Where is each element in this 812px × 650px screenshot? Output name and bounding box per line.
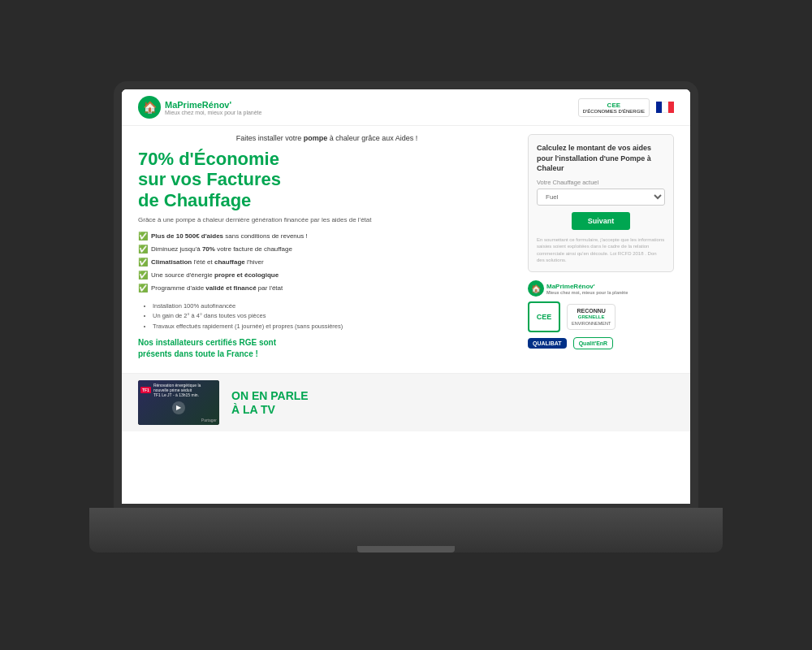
qualibat-badge: QUALIBAT <box>528 338 567 349</box>
bullet-item-2: Un gain de 2° à 4° dans toutes vos pièce… <box>153 312 516 321</box>
check-text-4: Une source d'énergie propre et écologiqu… <box>151 271 279 280</box>
tv-text-line2: À LA TV <box>231 403 309 417</box>
tv-share: Partager <box>140 418 217 422</box>
hero-subtitle-end: à chaleur grâce aux Aides ! <box>327 134 417 142</box>
rge-text: Nos installateurs certifiés RGE sontprés… <box>138 337 516 360</box>
website-content: 🏠 MaPrimeRénov' Mieux chez moi, mieux po… <box>122 89 690 504</box>
logo-row-1: 🏠 MaPrimeRénov' Mieux chez moi, mieux po… <box>528 280 674 297</box>
tv-program: Rénovation énergétique la nouvelle prime… <box>153 383 217 392</box>
play-button[interactable]: ▶ <box>172 401 185 414</box>
qualibat-label: QUALIBAT <box>533 340 562 346</box>
hero-subtitle-bold: pompe <box>304 134 328 142</box>
check-item-1: ✅ Plus de 10 500€ d'aides sans condition… <box>138 232 516 242</box>
grenelle-label: GRENELLE <box>572 314 611 321</box>
logo-text-block: MaPrimeRénov' Mieux chez moi, mieux pour… <box>165 100 261 115</box>
check-icon-2: ✅ <box>138 244 148 255</box>
laptop-wrapper: 🏠 MaPrimeRénov' Mieux chez moi, mieux po… <box>89 73 723 577</box>
tf1-logo: TF1 <box>140 387 151 393</box>
logo-row-2: CEE RECONNU GRENELLE ENVIRONNEMENT <box>528 301 674 332</box>
maprimerenov-label: MaPrimeRénov' <box>546 283 628 290</box>
flag-white <box>662 102 669 113</box>
check-text-1: Plus de 10 500€ d'aides sans conditions … <box>151 232 308 240</box>
check-text-2: Diminuez jusqu'à 70% votre facture de ch… <box>151 245 292 254</box>
check-icon-3: ✅ <box>138 257 148 268</box>
logo-title: MaPrimeRénov' <box>165 100 261 110</box>
tv-section: TF1 Rénovation énergétique la nouvelle p… <box>122 373 690 431</box>
right-column: Calculez le montant de vos aides pour l'… <box>528 134 674 360</box>
tv-overlay: TF1 Rénovation énergétique la nouvelle p… <box>138 380 219 425</box>
chauffage-select[interactable]: Fuel Gaz Électrique <box>537 188 665 206</box>
bullet-item-3: Travaux effectués rapidement (1 journée)… <box>153 323 516 332</box>
header-badges: CEE D'ÉCONOMIES D'ÉNERGIE <box>578 98 674 117</box>
suivant-button[interactable]: Suivant <box>572 212 631 230</box>
maprimerenov-sub: Mieux chez moi, mieux pour la planète <box>546 290 628 295</box>
reconnu-badge: RECONNU GRENELLE ENVIRONNEMENT <box>567 304 615 330</box>
check-item-4: ✅ Une source d'énergie propre et écologi… <box>138 271 516 281</box>
form-field-label: Votre Chauffage actuel <box>537 179 665 186</box>
check-icon-5: ✅ <box>138 283 148 294</box>
left-column: Faites installer votre pompe à chaleur g… <box>138 134 528 360</box>
main-content: Faites installer votre pompe à chaleur g… <box>122 126 690 368</box>
cee-badge: CEE <box>528 301 560 332</box>
laptop-base <box>89 508 723 552</box>
logo-row-3: QUALIBAT Qualit'EnR <box>528 337 674 349</box>
rf-flag <box>656 102 674 113</box>
qualienr-badge: Qualit'EnR <box>573 337 614 349</box>
hero-subtitle: Faites installer votre pompe à chaleur g… <box>138 134 516 142</box>
bullet-list: Installation 100% autofinancée Un gain d… <box>153 302 516 332</box>
hero-subtitle-plain: Faites installer votre <box>236 134 304 142</box>
logo-maprimerenov: 🏠 MaPrimeRénov' Mieux chez moi, mieux po… <box>138 96 261 119</box>
tv-time: TF1 Le JT - à 13h15 min. <box>153 392 217 397</box>
tv-main-text: ON EN PARLE À LA TV <box>231 389 309 417</box>
logo-maprimerenov-small: 🏠 MaPrimeRénov' Mieux chez moi, mieux po… <box>528 280 628 297</box>
logo-small-text-block: MaPrimeRénov' Mieux chez moi, mieux pour… <box>546 283 628 295</box>
hero-description: Grâce à une pompe à chaleur dernière gén… <box>138 215 516 225</box>
cee-badge-text: CEE <box>537 313 552 321</box>
form-legal: En soumettant ce formulaire, j'accepte q… <box>537 236 665 264</box>
logos-section: 🏠 MaPrimeRénov' Mieux chez moi, mieux po… <box>528 280 674 349</box>
flag-red <box>668 102 674 113</box>
badge-cee: CEE D'ÉCONOMIES D'ÉNERGIE <box>578 98 650 117</box>
hero-title: 70% d'Économie sur vos Factures de Chauf… <box>138 149 516 210</box>
check-item-2: ✅ Diminuez jusqu'à 70% votre facture de … <box>138 245 516 255</box>
screen-inner: 🏠 MaPrimeRénov' Mieux chez moi, mieux po… <box>122 89 690 504</box>
check-list: ✅ Plus de 10 500€ d'aides sans condition… <box>138 232 516 294</box>
flag-blue <box>656 102 662 113</box>
tv-top-bar: TF1 Rénovation énergétique la nouvelle p… <box>140 383 217 397</box>
logo-subtitle: Mieux chez moi, mieux pour la planète <box>165 110 261 115</box>
tv-thumbnail[interactable]: TF1 Rénovation énergétique la nouvelle p… <box>138 380 219 425</box>
check-text-3: Climatisation l'été et chauffage l'hiver <box>151 258 264 266</box>
hero-title-line1: 70% d'Économie <box>138 149 516 169</box>
house-icon-small: 🏠 <box>528 280 544 297</box>
qualienr-label: Qualit'EnR <box>579 340 608 346</box>
site-header: 🏠 MaPrimeRénov' Mieux chez moi, mieux po… <box>122 89 690 126</box>
check-icon-1: ✅ <box>138 231 148 242</box>
house-icon: 🏠 <box>138 96 161 119</box>
check-item-5: ✅ Programme d'aide validé et financé par… <box>138 284 516 294</box>
bullet-item-1: Installation 100% autofinancée <box>153 302 516 311</box>
form-title: Calculez le montant de vos aides pour l'… <box>537 143 665 174</box>
cee-sublabel: D'ÉCONOMIES D'ÉNERGIE <box>583 109 645 114</box>
form-card: Calculez le montant de vos aides pour l'… <box>528 134 674 272</box>
hero-title-line3: de Chauffage <box>138 190 516 210</box>
environnement-label: ENVIRONNEMENT <box>572 321 611 327</box>
check-icon-4: ✅ <box>138 270 148 281</box>
hero-title-line2: sur vos Factures <box>138 169 516 189</box>
reconnu-title: RECONNU <box>572 307 611 314</box>
tv-program-text: Rénovation énergétique la nouvelle prime… <box>153 383 217 397</box>
tv-text-line1: ON EN PARLE <box>231 389 309 403</box>
check-item-3: ✅ Climatisation l'été et chauffage l'hiv… <box>138 258 516 268</box>
check-text-5: Programme d'aide validé et financé par l… <box>151 284 283 292</box>
cee-label: CEE <box>607 102 620 109</box>
laptop-screen: 🏠 MaPrimeRénov' Mieux chez moi, mieux po… <box>114 81 698 512</box>
